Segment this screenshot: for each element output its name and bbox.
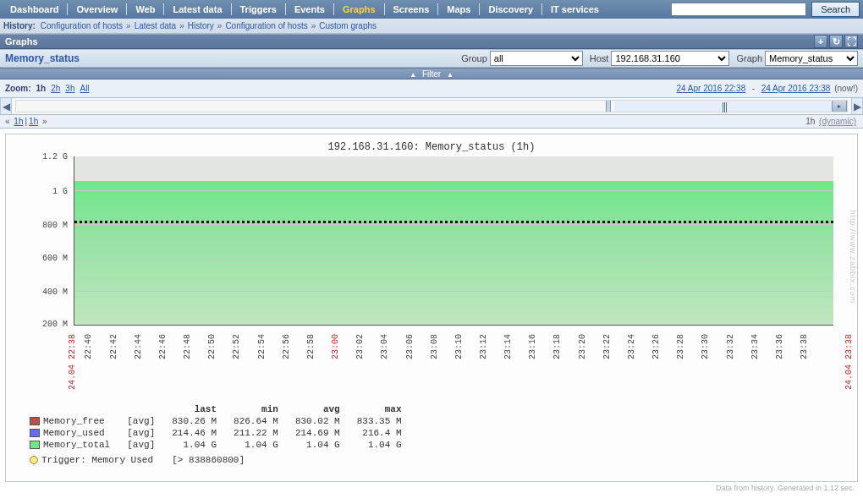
crumb-4[interactable]: Custom graphs [319,21,377,30]
watermark: http://www.zabbix.com [849,210,857,304]
legend-row-total: Memory_total [avg] 1.04 G 1.04 G 1.04 G … [21,439,410,451]
chart-panel: 192.168.31.160: Memory_status (1h) 1.2 G… [5,134,858,482]
time-slider: ◀ ▸ ▶ [0,98,863,115]
y-tick: 1.2 G [8,152,68,162]
y-tick: 800 M [8,221,68,230]
nav-dashboard[interactable]: Dashboard [3,0,65,19]
filter-collapse-bar[interactable]: Filter [0,68,863,79]
slider-handle-start[interactable] [606,101,611,112]
chart-trigger-line [74,221,833,223]
nav-discovery[interactable]: Discovery [481,0,540,19]
legend-row-free: Memory_free [avg] 830.26 M 826.64 M 830.… [21,415,410,427]
x-axis-end: 24.04 23:38 [844,334,854,390]
y-tick: 400 M [8,288,68,297]
filter-label: Filter [422,69,441,79]
host-select[interactable]: 192.168.31.160 [611,51,729,66]
chart-area-fill [74,181,833,325]
nav-screens[interactable]: Screens [387,0,437,19]
legend-row-used: Memory_used [avg] 214.46 M 211.22 M 214.… [21,427,410,439]
slider-handle-end[interactable]: ▸ [832,101,847,112]
legend-trigger-row: Trigger: Memory Used [> 838860800] [21,451,410,466]
chart-title: 192.168.31.160: Memory_status (1h) [6,134,857,153]
zoom-all[interactable]: All [80,84,89,93]
footer: Data from history. Generated in 1.12 sec… [0,482,863,494]
group-label: Group [461,53,487,63]
chart-legend: last min avg max Memory_free [avg] 830.2… [21,403,842,466]
group-select[interactable]: all [490,51,583,66]
fullscreen-icon[interactable]: ⛶ [844,35,858,48]
chart-plot-area: 1.2 G 1 G 800 M 600 M 400 M 200 M [74,156,833,326]
history-label: History: [3,21,36,30]
nav-maps[interactable]: Maps [440,0,477,19]
fwd-1h[interactable]: 1h [29,117,38,126]
search-button[interactable]: Search [811,2,860,17]
duration-label: 1h [805,117,815,126]
trigger-icon [30,456,38,464]
zoom-row: Zoom: 1h 2h 3h All 24 Apr 2016 22:38 - 2… [0,79,863,98]
slider-left-arrow-icon[interactable]: ◀ [0,98,12,114]
nav-back-icon: « [5,117,12,126]
nav-web[interactable]: Web [129,0,162,19]
zoom-2h[interactable]: 2h [51,84,60,93]
nav-graphs[interactable]: Graphs [336,0,382,19]
crumb-0[interactable]: Configuration of hosts [41,21,123,30]
nav-it-services[interactable]: IT services [544,0,606,19]
host-label: Host [590,53,609,63]
time-from[interactable]: 24 Apr 2016 22:38 [676,84,745,93]
back-1h[interactable]: 1h [14,117,23,126]
y-tick: 200 M [8,320,68,329]
crumb-2[interactable]: History [188,21,214,30]
slider-right-arrow-icon[interactable]: ▶ [851,98,863,114]
y-tick: 600 M [8,254,68,263]
graph-select[interactable]: Memory_status [765,51,858,66]
section-bar: Graphs + ↻ ⛶ [0,34,863,49]
now-label: (now!) [834,84,858,93]
nav-triggers[interactable]: Triggers [234,0,283,19]
legend-hdr-last: last [163,403,225,415]
legend-hdr-min: min [225,403,287,415]
refresh-icon[interactable]: ↻ [829,35,843,48]
history-bar: History: Configuration of hosts» Latest … [0,19,863,34]
nav-overview[interactable]: Overview [69,0,124,19]
page-title: Memory_status [5,52,80,64]
y-tick: 1 G [8,187,68,196]
links-row: « 1h | 1h » 1h (dynamic) [0,115,863,129]
section-title: Graphs [5,36,38,47]
zoom-label: Zoom: [5,84,31,93]
time-range: 24 Apr 2016 22:38 - 24 Apr 2016 23:38 (n… [674,84,858,93]
slider-track[interactable]: ▸ [15,100,848,112]
x-axis-ticks: 22:4022:4222:4422:4622:4822:5022:5222:54… [74,327,833,386]
crumb-3[interactable]: Configuration of hosts [225,21,307,30]
chevron-up-icon [410,69,420,79]
main-nav: Dashboard Overview Web Latest data Trigg… [0,0,863,19]
chevron-up-icon [443,69,453,79]
nav-latest-data[interactable]: Latest data [166,0,228,19]
filter-row: Memory_status Group all Host 192.168.31.… [0,49,863,68]
crumb-1[interactable]: Latest data [135,21,176,30]
plus-icon[interactable]: + [814,35,827,48]
nav-events[interactable]: Events [288,0,332,19]
dynamic-link[interactable]: (dynamic) [819,117,856,126]
legend-hdr-max: max [349,403,410,415]
zoom-current: 1h [36,84,47,93]
slider-grip-icon[interactable] [723,102,728,110]
graph-label: Graph [736,53,762,63]
legend-hdr-avg: avg [287,403,349,415]
time-to[interactable]: 24 Apr 2016 23:38 [761,84,831,93]
zoom-3h[interactable]: 3h [65,84,74,93]
search-input[interactable] [671,3,806,16]
nav-fwd-icon: » [40,117,47,126]
